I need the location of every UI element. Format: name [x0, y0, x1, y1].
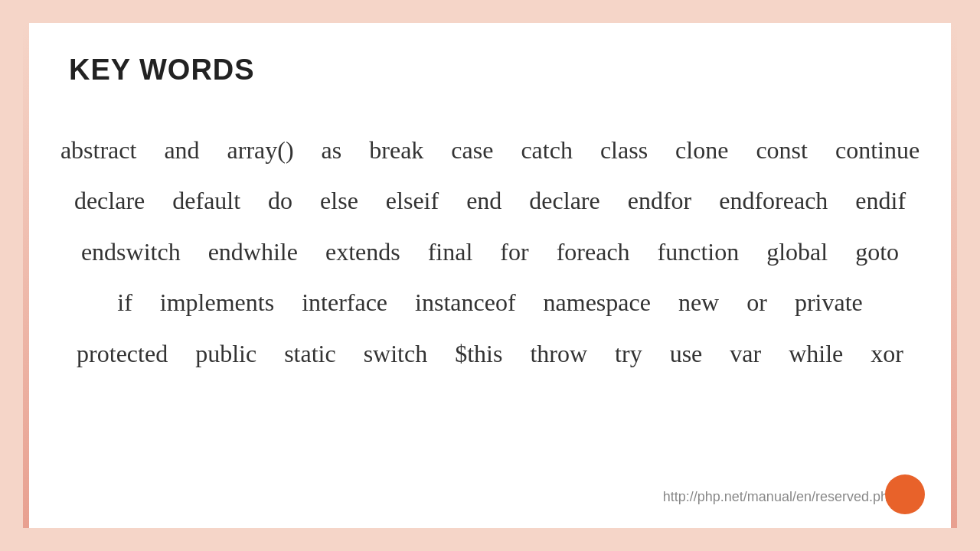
keywords-container: abstract and array() as break case catch…	[69, 125, 911, 497]
kw-end: end	[452, 175, 515, 226]
kw-while: while	[775, 328, 857, 379]
kw-declare: declare	[60, 175, 158, 226]
kw-foreach: foreach	[543, 227, 644, 277]
orange-circle-decoration	[885, 474, 925, 514]
kw-continue: continue	[822, 125, 933, 175]
kw-endswitch: endswitch	[67, 227, 194, 277]
kw-static: static	[270, 328, 350, 379]
kw-endwhile: endwhile	[194, 227, 312, 277]
kw-array: array()	[214, 125, 308, 175]
kw-final: final	[414, 227, 487, 277]
kw-var: var	[716, 328, 775, 379]
kw-namespace: namespace	[530, 277, 665, 328]
kw-endif: endif	[841, 175, 920, 226]
keyword-row-4: if implements interface instanceof names…	[103, 277, 876, 328]
kw-private: private	[781, 277, 877, 328]
kw-or: or	[733, 277, 781, 328]
kw-for: for	[486, 227, 542, 277]
kw-do: do	[254, 175, 306, 226]
footer-link[interactable]: http://php.net/manual/en/reserved.php	[663, 489, 896, 505]
slide-title: KEY WORDS	[69, 54, 911, 86]
kw-else: else	[306, 175, 372, 226]
kw-endforeach: endforeach	[705, 175, 841, 226]
kw-break: break	[355, 125, 437, 175]
kw-function: function	[644, 227, 753, 277]
kw-catch: catch	[507, 125, 586, 175]
kw-abstract: abstract	[47, 125, 151, 175]
kw-endfor: endfor	[614, 175, 706, 226]
kw-default: default	[158, 175, 254, 226]
keyword-row-2: declare default do else elseif end decla…	[60, 175, 920, 226]
kw-elseif: elseif	[372, 175, 452, 226]
kw-interface: interface	[288, 277, 401, 328]
kw-and: and	[150, 125, 213, 175]
kw-use: use	[656, 328, 717, 379]
kw-this: $this	[441, 328, 516, 379]
kw-instanceof: instanceof	[401, 277, 530, 328]
keyword-row-3: endswitch endwhile extends final for for…	[67, 227, 913, 277]
kw-clone: clone	[662, 125, 742, 175]
left-border	[23, 23, 29, 528]
kw-xor: xor	[857, 328, 917, 379]
keyword-row-1: abstract and array() as break case catch…	[47, 125, 933, 175]
kw-class: class	[586, 125, 662, 175]
kw-protected: protected	[63, 328, 181, 379]
keyword-row-5: protected public static switch $this thr…	[63, 328, 917, 379]
right-border	[951, 23, 957, 528]
kw-try: try	[601, 328, 656, 379]
kw-new: new	[665, 277, 733, 328]
kw-global: global	[753, 227, 841, 277]
kw-implements: implements	[146, 277, 288, 328]
kw-public: public	[181, 328, 270, 379]
kw-case: case	[437, 125, 507, 175]
kw-as: as	[308, 125, 356, 175]
kw-declare2: declare	[515, 175, 613, 226]
kw-if: if	[103, 277, 146, 328]
slide: KEY WORDS abstract and array() as break …	[23, 23, 957, 528]
kw-throw: throw	[516, 328, 601, 379]
kw-goto: goto	[841, 227, 913, 277]
kw-const: const	[742, 125, 822, 175]
kw-switch: switch	[350, 328, 442, 379]
kw-extends: extends	[312, 227, 414, 277]
